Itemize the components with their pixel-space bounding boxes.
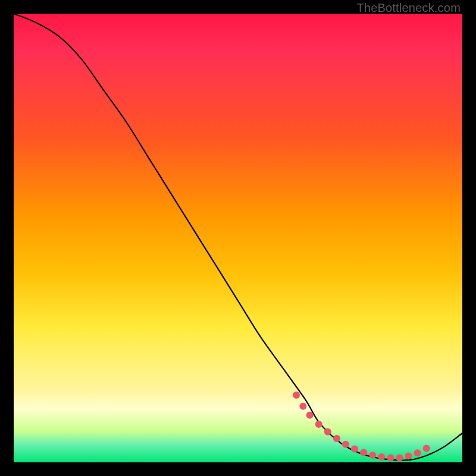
curve-marker: [342, 441, 349, 448]
curve-marker: [423, 445, 430, 452]
curve-marker: [414, 449, 421, 456]
curve-marker: [360, 449, 367, 456]
curve-layer: [14, 14, 462, 462]
chart-frame: TheBottleneck.com: [0, 0, 476, 476]
curve-marker: [378, 453, 385, 461]
curve-marker: [315, 421, 322, 428]
curve-marker: [369, 452, 376, 459]
curve-marker: [333, 435, 340, 442]
curve-marker: [405, 452, 412, 459]
marker-group: [293, 392, 430, 462]
watermark-text: TheBottleneck.com: [356, 1, 461, 15]
gradient-plot-area: [14, 14, 462, 462]
curve-marker: [351, 445, 358, 452]
bottleneck-curve: [14, 14, 462, 461]
curve-marker: [293, 392, 300, 399]
curve-marker: [324, 428, 331, 436]
curve-marker: [396, 455, 403, 462]
curve-marker: [306, 412, 314, 419]
curve-marker: [387, 455, 394, 462]
curve-marker: [299, 403, 306, 410]
